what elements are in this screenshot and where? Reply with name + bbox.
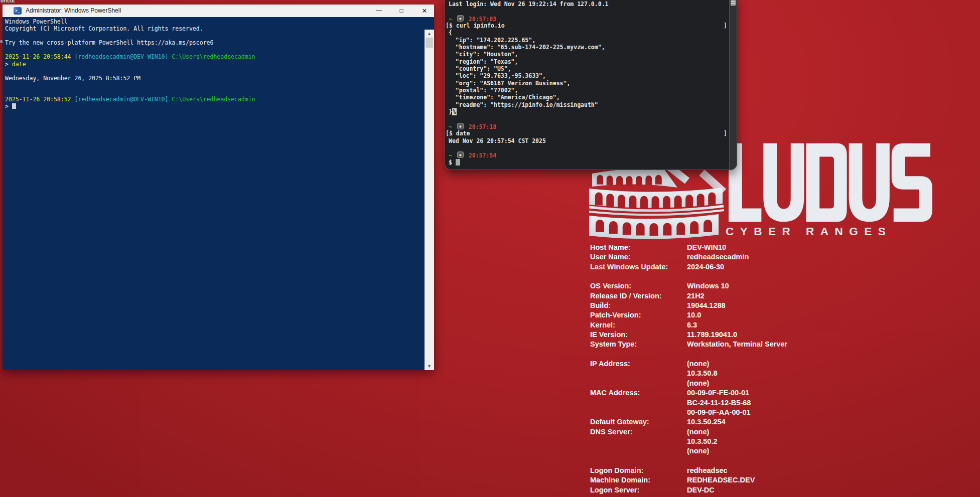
bginfo-label: Patch-Version: bbox=[590, 310, 687, 320]
bginfo-value bbox=[687, 456, 891, 466]
powershell-scrollbar[interactable]: ▲ ▼ bbox=[425, 30, 434, 370]
text-span: "country": "US", bbox=[449, 65, 511, 72]
text-cursor bbox=[12, 103, 16, 109]
bginfo-label bbox=[590, 446, 687, 456]
wordmark-letter bbox=[849, 143, 890, 222]
terminal-line bbox=[449, 144, 729, 151]
terminal-scroll-thumb[interactable] bbox=[731, 0, 736, 6]
bginfo-label bbox=[590, 272, 687, 281]
powershell-line bbox=[5, 68, 425, 75]
close-button[interactable]: ✕ bbox=[416, 5, 433, 17]
bginfo-label: Release ID / Version: bbox=[590, 291, 687, 301]
terminal-line: "org": "AS6167 Verizon Business", bbox=[449, 80, 729, 87]
bginfo-row: Host Name:DEV-WIN10 bbox=[590, 243, 891, 252]
text-span: 20:57:18 bbox=[465, 123, 496, 130]
terminal-line: ~ 20:57:03 bbox=[449, 15, 729, 22]
colosseum-arch bbox=[596, 220, 604, 232]
terminal-window[interactable]: Last login: Wed Nov 26 19:22:14 from 127… bbox=[445, 0, 737, 170]
scroll-up-icon[interactable]: ▲ bbox=[425, 30, 434, 37]
bginfo-label bbox=[590, 408, 687, 417]
colosseum-arch bbox=[607, 176, 613, 185]
bginfo-value: 2024-06-30 bbox=[687, 262, 891, 272]
bginfo-row bbox=[590, 350, 891, 359]
powershell-line bbox=[5, 46, 425, 53]
text-span: 2025-11-26 20:58:52 bbox=[5, 96, 74, 103]
colosseum-arch bbox=[676, 222, 685, 235]
clock-icon bbox=[457, 123, 464, 129]
bginfo-value: (none) bbox=[687, 359, 891, 369]
terminal-line bbox=[449, 116, 729, 123]
powershell-line: > date bbox=[5, 61, 425, 68]
powershell-content[interactable]: Windows PowerShellCopyright (C) Microsof… bbox=[3, 17, 434, 370]
ludus-tagline: CYBER RANGES bbox=[726, 225, 892, 238]
colosseum-arch bbox=[609, 221, 618, 234]
powershell-line bbox=[5, 82, 425, 89]
window-title: Administrator: Windows PowerShell bbox=[26, 7, 121, 14]
scroll-down-icon[interactable]: ▼ bbox=[425, 363, 434, 370]
text-span: $ date bbox=[449, 130, 470, 137]
text-span: [ bbox=[446, 130, 449, 137]
terminal-line: "postal": "77002", bbox=[449, 87, 729, 94]
bginfo-row: Build:19044.1288 bbox=[590, 301, 891, 310]
bginfo-value bbox=[687, 272, 891, 281]
powershell-icon: >_ bbox=[14, 7, 22, 15]
terminal-line: "city": "Houston", bbox=[449, 51, 729, 58]
bginfo-row: Logon Domain:redheadsec bbox=[590, 466, 891, 475]
minimize-button[interactable]: — bbox=[370, 5, 387, 17]
bginfo-value: 10.3.50.254 bbox=[687, 417, 891, 427]
text-span: "timezone": "America/Chicago", bbox=[449, 94, 560, 101]
bginfo-row: DNS Server:(none) bbox=[590, 427, 891, 437]
bginfo-label bbox=[590, 350, 687, 359]
bginfo-value: 6.3 bbox=[687, 320, 891, 330]
bginfo-value: Windows 10 bbox=[687, 281, 891, 291]
bginfo-row: Patch-Version:10.0 bbox=[590, 310, 891, 320]
bginfo-value: (none) bbox=[687, 427, 891, 437]
wordmark-letter bbox=[806, 143, 847, 222]
terminal-scrollbar[interactable] bbox=[729, 0, 737, 170]
powershell-title-bar[interactable]: >_ Administrator: Windows PowerShell — □… bbox=[3, 5, 434, 17]
text-span: Try the new cross-platform PowerShell ht… bbox=[5, 39, 213, 46]
clock-icon bbox=[457, 15, 464, 22]
bginfo-value: (none) bbox=[687, 446, 891, 456]
colosseum-arch bbox=[697, 194, 705, 207]
bginfo-value: 19044.1288 bbox=[687, 301, 891, 310]
bginfo-row: IE Version:11.789.19041.0 bbox=[590, 330, 891, 340]
colosseum-arch bbox=[655, 175, 662, 185]
bginfo-label: DNS Server: bbox=[590, 427, 687, 437]
text-span: Windows PowerShell bbox=[5, 18, 68, 25]
colosseum-arch bbox=[685, 195, 693, 208]
bginfo-row: Kernel:6.3 bbox=[590, 320, 891, 330]
text-span: Wednesday, November 26, 2025 8:58:52 PM bbox=[5, 75, 141, 82]
bginfo-row: 00-09-0F-AA-00-01 bbox=[590, 408, 891, 417]
wordmark-letter bbox=[763, 143, 804, 222]
bginfo-label: User Name: bbox=[590, 252, 687, 262]
text-span: date bbox=[12, 61, 26, 68]
powershell-scroll-thumb[interactable] bbox=[426, 38, 433, 48]
text-span: $ curl ipinfo.io bbox=[449, 22, 505, 29]
bginfo-label: MAC Address: bbox=[590, 388, 687, 398]
bginfo-row: 10.3.50.2 bbox=[590, 437, 891, 446]
terminal-line: "timezone": "America/Chicago", bbox=[449, 94, 729, 101]
text-span: $ bbox=[449, 159, 456, 166]
text-span: } bbox=[449, 108, 452, 115]
powershell-line: Try the new cross-platform PowerShell ht… bbox=[5, 39, 425, 46]
bginfo-row bbox=[590, 272, 891, 281]
colosseum-arch bbox=[636, 176, 642, 186]
bginfo-row: Release ID / Version:21H2 bbox=[590, 291, 891, 301]
maximize-button[interactable]: □ bbox=[393, 5, 410, 17]
powershell-window[interactable]: >_ Administrator: Windows PowerShell — □… bbox=[3, 5, 434, 370]
colosseum-arch bbox=[640, 196, 648, 209]
bginfo-value: 10.3.50.2 bbox=[687, 437, 891, 446]
bginfo-label: Host Name: bbox=[590, 243, 687, 252]
bginfo-label: Kernel: bbox=[590, 320, 687, 330]
text-span: ~ bbox=[449, 16, 456, 23]
text-span: > bbox=[5, 103, 12, 110]
bginfo-label bbox=[590, 456, 687, 466]
text-span: "city": "Houston", bbox=[449, 51, 518, 58]
text-span: 2025-11-26 20:58:44 bbox=[5, 53, 74, 60]
terminal-line: ~ 20:57:18 bbox=[449, 123, 729, 130]
colosseum-arch bbox=[616, 176, 623, 186]
text-span: "region": "Texas", bbox=[449, 58, 518, 65]
text-span: ] bbox=[724, 22, 727, 29]
bginfo-value: DEV-WIN10 bbox=[687, 243, 891, 252]
